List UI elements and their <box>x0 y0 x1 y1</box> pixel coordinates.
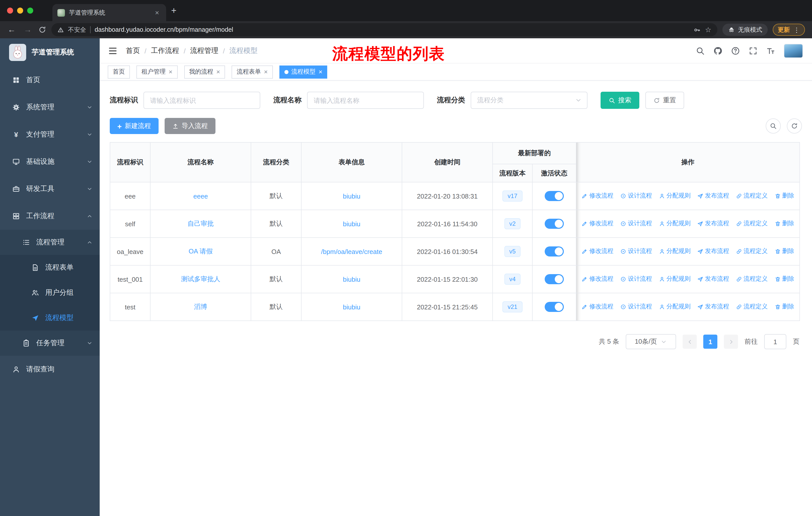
process-name-input[interactable] <box>307 92 424 109</box>
create-process-button[interactable]: + 新建流程 <box>110 118 158 134</box>
process-id-input[interactable] <box>143 92 260 109</box>
forward-button[interactable]: → <box>22 25 33 34</box>
design-process-link[interactable]: 设计流程 <box>620 219 652 228</box>
design-process-link[interactable]: 设计流程 <box>620 275 652 283</box>
form-info-link[interactable]: biubiu <box>343 220 360 227</box>
process-definition-link[interactable]: 流程定义 <box>736 275 768 283</box>
sidebar-item-process-management[interactable]: 流程管理 <box>0 230 100 255</box>
zoom-window-button[interactable] <box>27 7 33 13</box>
page-size-select[interactable]: 10条/页 <box>626 334 676 349</box>
minimize-window-button[interactable] <box>17 7 23 13</box>
delete-link[interactable]: 删除 <box>775 303 794 311</box>
close-icon[interactable]: × <box>319 69 322 75</box>
sidebar-item-leave-query[interactable]: 请假查询 <box>0 356 100 383</box>
show-search-button[interactable] <box>766 118 781 134</box>
close-icon[interactable]: × <box>169 69 172 75</box>
close-icon[interactable]: × <box>216 69 220 75</box>
active-status-toggle[interactable] <box>545 191 564 201</box>
font-size-icon[interactable] <box>766 46 775 55</box>
publish-process-link[interactable]: 发布流程 <box>697 247 729 256</box>
more-menu-icon[interactable]: ⋮ <box>793 26 800 33</box>
assign-rule-link[interactable]: 分配规则 <box>659 219 690 228</box>
url-text[interactable]: dashboard.yudao.iocoder.cn/bpm/manager/m… <box>95 26 689 33</box>
tag-tenant-management[interactable]: 租户管理 × <box>137 65 177 78</box>
sidebar-item-workflow[interactable]: 工作流程 <box>0 202 100 230</box>
address-bar[interactable]: 不安全 dashboard.yudao.iocoder.cn/bpm/manag… <box>51 23 717 36</box>
publish-process-link[interactable]: 发布流程 <box>697 219 729 228</box>
sidebar-item-process-form[interactable]: 流程表单 <box>0 255 100 280</box>
form-info-link[interactable]: biubiu <box>343 275 360 283</box>
browser-tab[interactable]: 芋道管理系统 × <box>52 4 166 21</box>
process-name-link[interactable]: 滔博 <box>194 303 207 310</box>
delete-link[interactable]: 删除 <box>775 247 794 256</box>
back-button[interactable]: ← <box>6 25 17 34</box>
process-definition-link[interactable]: 流程定义 <box>736 192 768 200</box>
edit-process-link[interactable]: 修改流程 <box>582 219 613 228</box>
design-process-link[interactable]: 设计流程 <box>620 303 652 311</box>
publish-process-link[interactable]: 发布流程 <box>697 303 729 311</box>
version-badge[interactable]: v21 <box>503 301 523 313</box>
form-info-link[interactable]: biubiu <box>343 192 360 200</box>
sidebar-item-task-management[interactable]: 任务管理 <box>0 331 100 356</box>
user-avatar[interactable] <box>784 44 803 58</box>
form-info-link[interactable]: /bpm/oa/leave/create <box>321 248 382 255</box>
password-key-icon[interactable] <box>693 26 701 33</box>
sidebar-item-process-model[interactable]: 流程模型 <box>0 305 100 331</box>
help-icon[interactable] <box>731 46 740 55</box>
active-status-toggle[interactable] <box>545 246 564 256</box>
reload-button[interactable] <box>38 26 46 34</box>
close-window-button[interactable] <box>7 7 13 13</box>
tag-home[interactable]: 首页 <box>108 65 130 78</box>
version-badge[interactable]: v2 <box>504 218 521 229</box>
fullscreen-icon[interactable] <box>749 46 758 55</box>
active-status-toggle[interactable] <box>545 274 564 284</box>
process-name-link[interactable]: 测试多审批人 <box>181 275 220 283</box>
sidebar-item-system[interactable]: 系统管理 <box>0 94 100 121</box>
bookmark-star-icon[interactable]: ☆ <box>705 26 711 34</box>
page-number-current[interactable]: 1 <box>703 334 717 349</box>
refresh-table-button[interactable] <box>787 118 802 134</box>
edit-process-link[interactable]: 修改流程 <box>582 275 613 283</box>
delete-link[interactable]: 删除 <box>775 275 794 283</box>
goto-page-input[interactable] <box>764 334 786 349</box>
process-definition-link[interactable]: 流程定义 <box>736 219 768 228</box>
assign-rule-link[interactable]: 分配规则 <box>659 192 690 200</box>
version-badge[interactable]: v5 <box>504 246 521 257</box>
edit-process-link[interactable]: 修改流程 <box>582 192 613 200</box>
sidebar-item-infrastructure[interactable]: 基础设施 <box>0 148 100 175</box>
assign-rule-link[interactable]: 分配规则 <box>659 275 690 283</box>
sidebar-item-devtools[interactable]: 研发工具 <box>0 175 100 202</box>
sidebar-item-payment[interactable]: ¥ 支付管理 <box>0 121 100 148</box>
security-label[interactable]: 不安全 <box>68 25 86 34</box>
delete-link[interactable]: 删除 <box>775 192 794 200</box>
tab-close-icon[interactable]: × <box>153 8 161 17</box>
search-icon[interactable] <box>696 46 705 55</box>
breadcrumb-item[interactable]: 首页 <box>126 46 140 55</box>
publish-process-link[interactable]: 发布流程 <box>697 275 729 283</box>
sidebar-item-user-group[interactable]: 用户分组 <box>0 280 100 305</box>
prev-page-button[interactable] <box>683 334 697 349</box>
edit-process-link[interactable]: 修改流程 <box>582 303 613 311</box>
publish-process-link[interactable]: 发布流程 <box>697 192 729 200</box>
process-definition-link[interactable]: 流程定义 <box>736 247 768 256</box>
browser-update-button[interactable]: 更新 ⋮ <box>773 24 805 36</box>
import-process-button[interactable]: 导入流程 <box>165 118 215 134</box>
search-button[interactable]: 搜索 <box>601 92 639 109</box>
close-icon[interactable]: × <box>264 69 267 75</box>
tag-my-process[interactable]: 我的流程 × <box>184 65 225 78</box>
reset-button[interactable]: 重置 <box>645 92 684 109</box>
breadcrumb-item[interactable]: 流程管理 <box>190 46 219 55</box>
tag-process-model[interactable]: 流程模型 × <box>280 65 327 78</box>
assign-rule-link[interactable]: 分配规则 <box>659 247 690 256</box>
process-name-link[interactable]: 自己审批 <box>187 220 214 227</box>
github-icon[interactable] <box>713 46 722 55</box>
breadcrumb-item[interactable]: 工作流程 <box>151 46 179 55</box>
process-name-link[interactable]: OA 请假 <box>188 247 212 255</box>
next-page-button[interactable] <box>724 334 738 349</box>
process-name-link[interactable]: eeee <box>193 192 208 200</box>
version-badge[interactable]: v4 <box>504 274 521 285</box>
delete-link[interactable]: 删除 <box>775 219 794 228</box>
version-badge[interactable]: v17 <box>503 190 523 202</box>
design-process-link[interactable]: 设计流程 <box>620 192 652 200</box>
new-tab-button[interactable]: + <box>171 0 176 21</box>
